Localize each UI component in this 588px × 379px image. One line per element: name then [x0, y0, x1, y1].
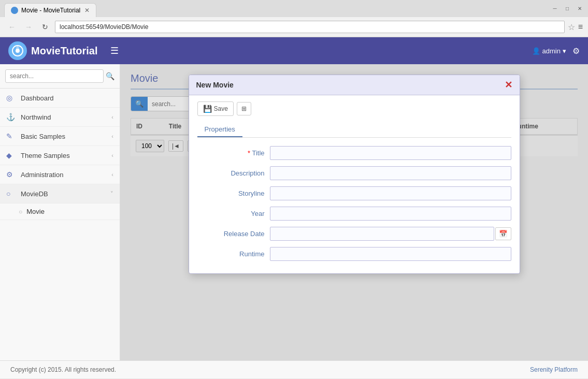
tab-favicon [11, 7, 18, 14]
sidebar-item-label: MovieDB [21, 190, 110, 198]
copyright-text: Copyright (c) 2015. All rights reserved. [10, 366, 116, 373]
sidebar-item-theme-samples[interactable]: ◆ Theme Samples ‹ [0, 146, 120, 165]
save-btn-label: Save [214, 105, 228, 112]
dashboard-icon: ◎ [6, 94, 17, 102]
footer: Copyright (c) 2015. All rights reserved.… [0, 360, 588, 378]
modal-title: New Movie [196, 81, 234, 89]
year-label: Year [197, 210, 265, 217]
sidebar-item-label: Theme Samples [21, 152, 111, 159]
modal-extra-button[interactable]: ⊞ [237, 102, 251, 115]
main-content: Movie 🔍 ⊕ New Movie ⧉ ⊞ ID [120, 64, 588, 360]
address-input[interactable] [55, 21, 565, 33]
address-bar: ← → ↻ ☆ ≡ [0, 17, 588, 37]
sidebar-item-label: Basic Samples [21, 133, 111, 140]
footer-platform-link[interactable]: Serenity Platform [530, 366, 578, 373]
sidebar-item-label: Dashboard [21, 94, 113, 102]
sidebar-item-basic-samples[interactable]: ✎ Basic Samples ‹ [0, 127, 120, 146]
sidebar-item-dashboard[interactable]: ◎ Dashboard [0, 89, 120, 108]
modal-tab-properties[interactable]: Properties [197, 122, 242, 137]
title-label: Title [197, 149, 265, 157]
sidebar: 🔍 ◎ Dashboard ⚓ Northwind ‹ ✎ Basic Samp… [0, 64, 120, 360]
year-input[interactable] [270, 207, 511, 221]
window-controls: ─ □ ✕ [551, 5, 584, 16]
admin-menu-button[interactable]: 👤 admin ▾ [532, 47, 566, 55]
release-date-wrapper: 📅 [270, 227, 511, 241]
close-button[interactable]: ✕ [576, 5, 584, 13]
administration-icon: ⚙ [6, 170, 17, 179]
app-logo: MovieTutorial [8, 41, 98, 60]
user-icon: 👤 [532, 47, 540, 55]
northwind-icon: ⚓ [6, 113, 17, 121]
release-date-label: Release Date [197, 230, 265, 238]
sidebar-search-icon[interactable]: 🔍 [106, 72, 114, 80]
form-row-year: Year [197, 207, 511, 221]
movie-icon: ○ [19, 208, 22, 215]
modal-toolbar: 💾 Save ⊞ [197, 101, 511, 116]
sidebar-search-container: 🔍 [0, 64, 120, 89]
app-name: MovieTutorial [31, 45, 98, 57]
share-button[interactable]: ⚙ [572, 46, 580, 56]
tab-label: Movie - MovieTutorial [21, 7, 80, 14]
browser-menu-button[interactable]: ≡ [578, 22, 583, 32]
date-picker-button[interactable]: 📅 [495, 227, 511, 240]
sidebar-item-label: Northwind [21, 113, 111, 121]
modal-header: New Movie ✕ [189, 75, 520, 95]
description-input[interactable] [270, 166, 511, 180]
app-header: MovieTutorial ☰ 👤 admin ▾ ⚙ [0, 37, 588, 64]
basic-samples-arrow-icon: ‹ [111, 133, 113, 139]
runtime-label: Runtime [197, 250, 265, 258]
moviedb-icon: ○ [6, 190, 17, 198]
footer-copyright: Copyright (c) 2015. All rights reserved. [10, 366, 116, 373]
moviedb-arrow-icon: ˅ [110, 191, 113, 197]
theme-samples-arrow-icon: ‹ [111, 152, 113, 158]
minimize-button[interactable]: ─ [551, 5, 559, 13]
release-date-input[interactable] [270, 227, 494, 241]
sidebar-item-label: Administration [21, 171, 111, 179]
basic-samples-icon: ✎ [6, 132, 17, 140]
browser-titlebar: Movie - MovieTutorial ✕ ─ □ ✕ [0, 0, 588, 17]
sidebar-subitem-label: Movie [26, 208, 45, 215]
sidebar-item-moviedb[interactable]: ○ MovieDB ˅ [0, 184, 120, 203]
modal-tabs: Properties [197, 122, 511, 138]
maximize-button[interactable]: □ [563, 5, 571, 13]
browser-tab[interactable]: Movie - MovieTutorial ✕ [4, 3, 96, 17]
forward-button[interactable]: → [22, 20, 35, 34]
description-label: Description [197, 169, 265, 177]
form-row-release-date: Release Date 📅 [197, 227, 511, 241]
sidebar-item-administration[interactable]: ⚙ Administration ‹ [0, 165, 120, 184]
title-input[interactable] [270, 146, 511, 160]
form-row-runtime: Runtime [197, 247, 511, 261]
logo-icon [8, 41, 27, 60]
administration-arrow-icon: ‹ [111, 171, 113, 178]
bookmark-button[interactable]: ☆ [568, 22, 575, 32]
runtime-input[interactable] [270, 247, 511, 261]
hamburger-button[interactable]: ☰ [110, 45, 119, 56]
admin-label: admin [542, 47, 561, 55]
form-row-storyline: Storyline [197, 186, 511, 200]
storyline-label: Storyline [197, 190, 265, 197]
tab-close-button[interactable]: ✕ [84, 7, 90, 14]
sidebar-search-input[interactable] [5, 69, 104, 83]
app-body: 🔍 ◎ Dashboard ⚓ Northwind ‹ ✎ Basic Samp… [0, 64, 588, 360]
back-button[interactable]: ← [5, 20, 19, 34]
form-row-description: Description [197, 166, 511, 180]
sidebar-item-northwind[interactable]: ⚓ Northwind ‹ [0, 108, 120, 127]
new-movie-modal: New Movie ✕ 💾 Save ⊞ Properties [189, 75, 520, 274]
modal-overlay: New Movie ✕ 💾 Save ⊞ Properties [120, 64, 588, 360]
admin-dropdown-icon: ▾ [563, 47, 566, 55]
modal-body: 💾 Save ⊞ Properties Title [189, 95, 520, 273]
main-inner: Movie 🔍 ⊕ New Movie ⧉ ⊞ ID [120, 64, 588, 165]
header-right: 👤 admin ▾ ⚙ [532, 46, 580, 56]
reload-button[interactable]: ↻ [38, 20, 52, 34]
sidebar-item-movie[interactable]: ○ Movie [0, 203, 120, 220]
form-row-title: Title [197, 146, 511, 160]
save-icon: 💾 [203, 105, 212, 113]
modal-save-button[interactable]: 💾 Save [197, 101, 234, 116]
modal-close-button[interactable]: ✕ [505, 80, 512, 90]
storyline-input[interactable] [270, 186, 511, 200]
browser-chrome: Movie - MovieTutorial ✕ ─ □ ✕ ← → ↻ ☆ ≡ [0, 0, 588, 37]
theme-samples-icon: ◆ [6, 151, 17, 159]
northwind-arrow-icon: ‹ [111, 114, 113, 120]
